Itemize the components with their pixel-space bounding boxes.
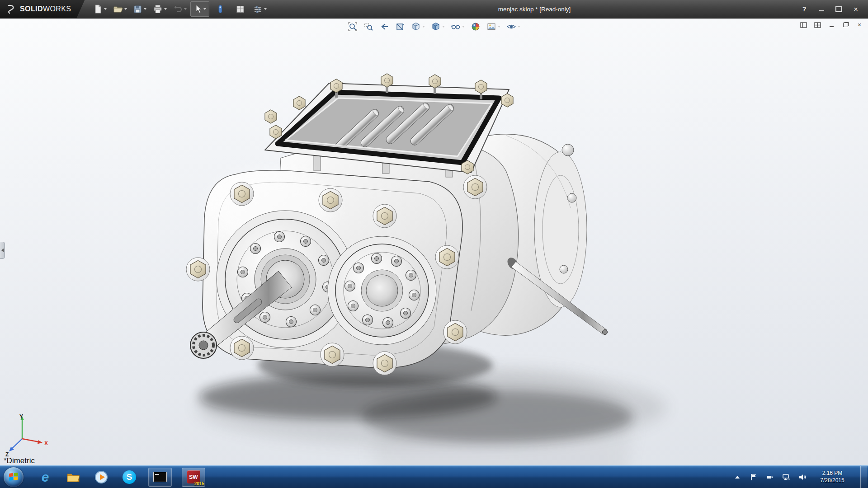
x-axis-arrow: [38, 440, 42, 444]
show-hidden-icons-button[interactable]: [732, 470, 743, 484]
split-pane-icon: [814, 22, 821, 28]
dropdown-caret: [518, 26, 520, 28]
open-folder-icon: [113, 4, 123, 14]
skype-icon: S: [123, 470, 136, 484]
action-center-button[interactable]: [748, 470, 759, 484]
solidworks-version-badge: 2015: [194, 481, 204, 486]
file-properties-button[interactable]: [231, 2, 249, 16]
previous-view-icon: [379, 22, 389, 32]
start-button[interactable]: [4, 467, 24, 487]
internet-explorer-icon: e: [42, 470, 49, 484]
dropdown-caret: [422, 26, 425, 28]
folder-icon: [66, 471, 80, 483]
doc-pane-button[interactable]: [799, 21, 807, 29]
new-document-button[interactable]: [91, 2, 109, 16]
minimize-button[interactable]: [816, 4, 826, 14]
taskbar-apps: e S SW 2015: [36, 468, 205, 487]
featuremanager-splitter-tab[interactable]: [0, 242, 5, 259]
dropdown-caret: [203, 8, 206, 10]
section-view-button[interactable]: [394, 21, 406, 33]
flag-icon: [750, 473, 758, 481]
taskbar-media-player[interactable]: [92, 468, 110, 486]
y-axis-label: Y: [19, 413, 23, 420]
undo-icon: [173, 4, 183, 14]
chevron-up-icon: [735, 476, 740, 479]
file-properties-icon: [236, 5, 245, 14]
zoom-to-area-button[interactable]: [363, 21, 374, 33]
apply-scene-icon: [486, 22, 496, 32]
dropdown-caret: [124, 8, 127, 10]
edit-appearance-button[interactable]: [470, 21, 481, 33]
rebuild-icon: [216, 4, 224, 14]
brand-text: SOLIDWORKS: [20, 5, 71, 13]
printer-icon: [153, 4, 163, 14]
windows-flag-icon: [9, 473, 19, 482]
select-cursor-icon: [194, 4, 202, 14]
dropdown-caret: [462, 26, 465, 28]
doc-split-button[interactable]: [813, 21, 821, 29]
orientation-triad[interactable]: Y X Z: [5, 413, 54, 458]
view-orientation-label: *Dimetric: [4, 456, 35, 465]
rebuild-button[interactable]: [211, 2, 229, 16]
new-document-icon: [94, 4, 103, 14]
taskbar-command-prompt[interactable]: [148, 468, 172, 487]
maximize-icon: [835, 6, 842, 12]
close-button[interactable]: ×: [851, 4, 861, 14]
zoom-to-area-icon: [363, 22, 373, 32]
show-desktop-button[interactable]: [860, 466, 867, 488]
network-icon: [782, 473, 791, 481]
view-settings-eye-icon: [506, 22, 516, 32]
graphics-area[interactable]: × Y X Z *Dimetric: [0, 18, 868, 466]
removable-device-button[interactable]: [764, 470, 775, 484]
taskbar-clock[interactable]: 2:16 PM 7/28/2015: [813, 470, 851, 484]
dropdown-caret: [264, 8, 267, 10]
dassault-systemes-logo-icon: [5, 4, 16, 14]
standard-toolbar: [91, 1, 269, 17]
solidworks-logo: SOLIDWORKS: [0, 0, 85, 18]
dropdown-caret: [184, 8, 187, 10]
clock-date: 7/28/2015: [820, 477, 844, 484]
doc-minimize-button[interactable]: [827, 21, 835, 29]
dropdown-caret: [144, 8, 146, 10]
doc-close-button[interactable]: ×: [855, 21, 863, 29]
network-button[interactable]: [781, 470, 792, 484]
hide-show-glasses-icon: [451, 22, 461, 32]
taskbar-windows-explorer[interactable]: [64, 468, 82, 486]
x-axis-label: X: [44, 440, 48, 446]
pane-icon: [800, 22, 807, 28]
command-prompt-icon: [153, 472, 167, 482]
usb-device-icon: [766, 473, 774, 481]
help-button[interactable]: ?: [799, 4, 809, 14]
options-button[interactable]: [251, 2, 269, 16]
view-settings-button[interactable]: [505, 21, 521, 33]
select-button[interactable]: [190, 1, 209, 17]
view-orientation-button[interactable]: [410, 21, 426, 33]
maximize-button[interactable]: [834, 4, 844, 14]
taskbar-solidworks[interactable]: SW 2015: [182, 468, 205, 487]
volume-button[interactable]: [797, 470, 808, 484]
dropdown-caret: [498, 26, 500, 28]
document-title: menjac sklop * [Read-only]: [498, 0, 571, 18]
apply-scene-button[interactable]: [486, 21, 501, 33]
splitter-arrow-icon: [1, 249, 4, 252]
hide-show-items-button[interactable]: [450, 21, 466, 33]
doc-restore-button[interactable]: [841, 21, 849, 29]
zoom-to-fit-button[interactable]: [347, 21, 359, 33]
options-icon: [253, 5, 263, 14]
gearbox-model: [0, 18, 868, 466]
output-flange: [328, 236, 436, 345]
previous-view-button[interactable]: [378, 21, 390, 33]
undo-button[interactable]: [170, 2, 189, 16]
taskbar-internet-explorer[interactable]: e: [36, 468, 54, 486]
minimize-icon: [819, 10, 824, 11]
open-button[interactable]: [111, 2, 129, 16]
print-button[interactable]: [151, 2, 169, 16]
save-button[interactable]: [131, 2, 149, 16]
display-style-button[interactable]: [430, 21, 446, 33]
zoom-to-fit-icon: [348, 22, 358, 32]
taskbar-skype[interactable]: S: [120, 468, 138, 486]
dropdown-caret: [164, 8, 167, 10]
window-controls: ? ×: [799, 4, 868, 14]
taskbar: e S SW 2015: [0, 465, 868, 488]
doc-restore-icon: [843, 23, 848, 27]
